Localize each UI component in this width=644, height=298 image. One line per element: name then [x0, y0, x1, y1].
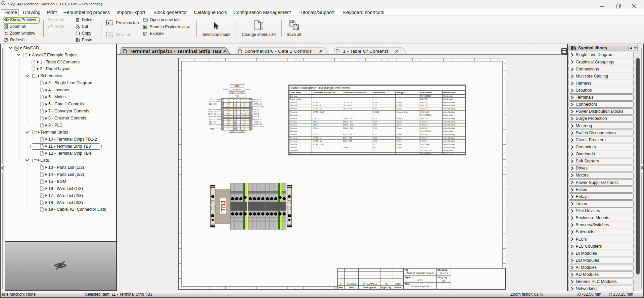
svg-text:11 of 19: 11 of 19	[440, 272, 448, 275]
svg-text:GND5: GND5	[226, 105, 231, 107]
svg-text:CN1-4: CN1-4	[254, 115, 259, 117]
svg-text:L36: L36	[243, 103, 246, 105]
svg-text:1: 1	[186, 288, 187, 289]
svg-text:K: K	[180, 211, 181, 213]
svg-text:FOR EXAMPLE: FOR EXAMPLE	[362, 283, 377, 285]
svg-text:7: 7	[235, 113, 236, 115]
svg-text:Appd. by: Appd. by	[381, 286, 391, 289]
svg-text:L32: L32	[227, 121, 230, 123]
svg-text:6: 6	[264, 59, 265, 61]
svg-text:6: 6	[235, 111, 236, 113]
svg-text:TB3: TB3	[220, 200, 227, 211]
svg-text:C: C	[504, 93, 505, 94]
svg-text:G: G	[504, 152, 505, 154]
svg-text:CN1-2: CN1-2	[254, 111, 259, 113]
svg-text:D: D	[179, 107, 180, 109]
svg-text:3: 3	[235, 103, 236, 105]
svg-text:MTR1 - W: MTR1 - W	[254, 103, 262, 105]
svg-text:E: E	[180, 122, 181, 124]
svg-text:8: 8	[295, 59, 296, 61]
svg-text:J: J	[180, 197, 180, 198]
svg-text:MTR3 - GND: MTR3 - GND	[254, 126, 264, 128]
svg-text:L: L	[504, 226, 505, 228]
svg-text:L: L	[180, 226, 181, 228]
svg-text:L37: L37	[227, 126, 230, 128]
svg-text:2: 2	[235, 101, 236, 103]
svg-text:L27: L27	[227, 108, 230, 110]
svg-text:L33: L33	[243, 123, 246, 125]
svg-text:PDB1 - 7: PDB1 - 7	[210, 128, 217, 130]
svg-text:L30: L30	[243, 115, 246, 117]
svg-text:Desg. by:: Desg. by:	[438, 276, 448, 279]
svg-text:C: C	[179, 93, 180, 94]
svg-text:15: 15	[404, 59, 405, 61]
svg-text:H: H	[504, 167, 505, 168]
svg-text:Sk: Sk	[15, 47, 18, 49]
svg-text:2/14/2020: 2/14/2020	[347, 283, 356, 285]
svg-text:11: 11	[234, 123, 236, 125]
svg-text:SS1 - 2T1: SS1 - 2T1	[209, 118, 217, 120]
svg-text:Sheet nb.: Sheet nb.	[438, 269, 448, 271]
svg-text:8: 8	[235, 116, 236, 117]
svg-text:L37: L37	[243, 126, 246, 128]
svg-text:N: N	[228, 128, 229, 130]
svg-text:Rev.: Rev.	[338, 286, 343, 289]
svg-text:A: A	[340, 283, 342, 285]
svg-text:10: 10	[326, 59, 327, 61]
svg-text:SS1 - 6T3: SS1 - 6T3	[209, 123, 217, 125]
svg-text:M: M	[504, 241, 505, 243]
svg-text:B: B	[180, 78, 181, 79]
svg-text:Title:: Title:	[405, 283, 410, 285]
svg-text:18: 18	[450, 59, 452, 61]
svg-text:OL1 - 2T1: OL1 - 2T1	[209, 98, 217, 100]
svg-text:TB3: TB3	[235, 85, 239, 87]
svg-text:9: 9	[311, 288, 312, 289]
svg-text:JW: JW	[442, 280, 446, 282]
svg-text:MTR3 - U: MTR3 - U	[254, 118, 262, 120]
svg-text:MTR3 - V: MTR3 - V	[254, 121, 262, 123]
svg-text:L35: L35	[243, 101, 246, 103]
svg-text:GND5: GND5	[242, 105, 247, 107]
svg-text:4: 4	[235, 106, 236, 107]
svg-text:I: I	[504, 182, 504, 183]
svg-text:14: 14	[388, 59, 390, 61]
svg-text:E: E	[504, 122, 505, 124]
svg-text:17: 17	[435, 59, 436, 61]
svg-text:L35: L35	[227, 101, 230, 103]
svg-text:A: A	[504, 63, 505, 64]
svg-text:Status: Status	[394, 286, 402, 289]
svg-text:11: 11	[341, 59, 343, 61]
svg-text:4: 4	[233, 59, 234, 61]
svg-text:5: 5	[235, 109, 236, 110]
svg-text:8: 8	[295, 288, 296, 289]
svg-text:L30: L30	[227, 115, 230, 117]
svg-text:TB3: TB3	[235, 95, 239, 97]
svg-text:L31: L31	[243, 119, 246, 121]
svg-text:12: 12	[357, 59, 359, 61]
svg-text:7: 7	[279, 288, 280, 289]
svg-text:DRV1 - PE: DRV1 - PE	[208, 115, 217, 117]
svg-text:1: 1	[186, 59, 187, 61]
svg-text:13: 13	[372, 59, 374, 61]
svg-text:L36: L36	[227, 103, 230, 105]
svg-text:A: A	[180, 63, 181, 64]
svg-text:L28: L28	[227, 111, 230, 113]
svg-text:Date: Date	[349, 286, 354, 289]
svg-text:3: 3	[217, 59, 218, 61]
svg-text:M: M	[179, 241, 181, 243]
svg-text:0003: 0003	[417, 279, 422, 282]
svg-text:Aus/NZ Example Project: Aus/NZ Example Project	[407, 271, 434, 275]
svg-text:L28: L28	[243, 111, 246, 113]
svg-text:H: H	[179, 167, 180, 168]
svg-text:N: N	[179, 256, 180, 258]
svg-text:20: 20	[481, 59, 483, 61]
svg-text:Backplate: Backplate	[233, 89, 241, 91]
svg-text:L34: L34	[227, 98, 230, 100]
svg-text:4: 4	[233, 288, 234, 289]
svg-text:1: 1	[235, 99, 236, 100]
svg-text:2: 2	[201, 59, 202, 61]
svg-text:CN1-3: CN1-3	[254, 113, 259, 115]
svg-text:CN1-1: CN1-1	[254, 108, 259, 110]
svg-text:O: O	[179, 271, 181, 272]
svg-text:21: 21	[497, 59, 499, 61]
